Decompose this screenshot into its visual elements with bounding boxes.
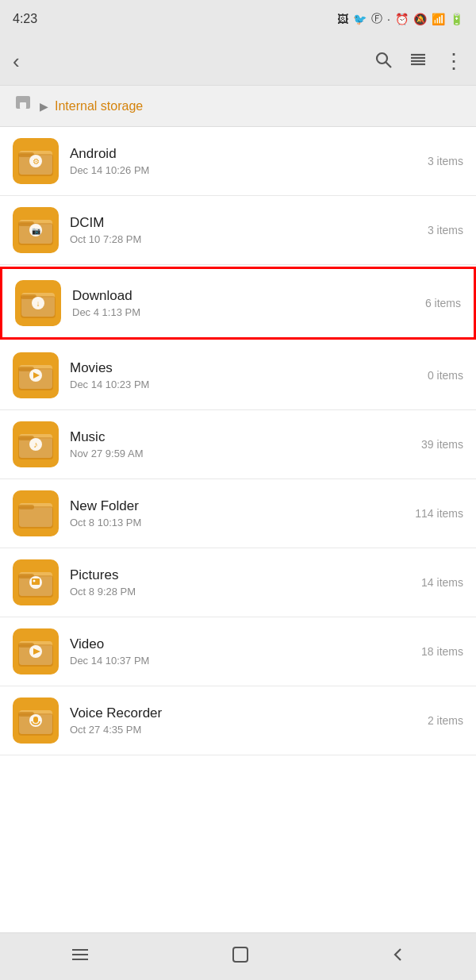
file-name: Pictures <box>70 567 415 583</box>
folder-icon <box>13 628 59 674</box>
svg-line-1 <box>386 62 392 67</box>
file-info: Movies Dec 14 10:23 PM <box>70 360 421 390</box>
breadcrumb: ▶ Internal storage <box>0 86 476 127</box>
status-bar: 4:23 🖼 🐦 Ⓕ · ⏰ 🔕 📶 🔋 <box>0 0 476 38</box>
folder-icon: ↓ <box>15 280 61 326</box>
list-item[interactable]: Voice Recorder Oct 27 4:35 PM 2 items <box>0 686 476 755</box>
twitter-icon: 🐦 <box>353 13 367 25</box>
bottom-nav <box>0 932 476 980</box>
file-date: Oct 8 10:13 PM <box>70 517 409 528</box>
back-nav-button[interactable] <box>367 938 429 976</box>
file-name: Music <box>70 429 415 445</box>
file-name: DCIM <box>70 215 421 231</box>
file-name: Movies <box>70 360 421 376</box>
file-info: Video Dec 14 10:37 PM <box>70 636 415 667</box>
file-count: 14 items <box>421 576 463 589</box>
file-count: 3 items <box>428 155 463 167</box>
file-count: 39 items <box>421 438 463 451</box>
home-icon <box>13 94 33 118</box>
list-item[interactable]: Video Dec 14 10:37 PM 18 items <box>0 617 476 686</box>
svg-point-55 <box>33 580 36 582</box>
file-date: Dec 14 10:26 PM <box>70 164 421 176</box>
list-item[interactable]: Movies Dec 14 10:23 PM 0 items <box>0 341 476 410</box>
file-date: Oct 10 7:28 PM <box>70 233 421 245</box>
file-count: 6 items <box>425 297 461 309</box>
file-info: DCIM Oct 10 7:28 PM <box>70 215 421 245</box>
file-info: Music Nov 27 9:59 AM <box>70 429 415 459</box>
battery-icon: 🔋 <box>450 13 463 25</box>
file-date: Nov 27 9:59 AM <box>70 448 415 459</box>
svg-rect-73 <box>233 947 248 962</box>
svg-text:📷: 📷 <box>32 226 41 236</box>
list-view-button[interactable] <box>409 50 428 74</box>
file-date: Dec 4 1:13 PM <box>72 306 419 318</box>
svg-point-0 <box>377 53 387 63</box>
list-item[interactable]: ♪ Music Nov 27 9:59 AM 39 items <box>0 410 476 479</box>
list-item[interactable]: Pictures Oct 8 9:28 PM 14 items <box>0 548 476 617</box>
signal-icon: 📶 <box>432 13 445 25</box>
file-date: Dec 14 10:23 PM <box>70 379 421 390</box>
file-date: Oct 27 4:35 PM <box>70 724 421 736</box>
svg-text:♪: ♪ <box>33 440 38 449</box>
home-button[interactable] <box>208 938 273 976</box>
list-item[interactable]: ⚙ Android Dec 14 10:26 PM 3 items <box>0 127 476 196</box>
search-button[interactable] <box>374 50 393 74</box>
svg-text:⚙: ⚙ <box>33 157 40 166</box>
file-count: 3 items <box>428 224 463 236</box>
status-time: 4:23 <box>13 12 37 26</box>
file-info: New Folder Oct 8 10:13 PM <box>70 498 409 528</box>
file-count: 2 items <box>428 714 463 727</box>
status-icons: 🖼 🐦 Ⓕ · ⏰ 🔕 📶 🔋 <box>337 12 463 26</box>
folder-icon <box>13 490 59 536</box>
file-name: Video <box>70 636 415 652</box>
dot-icon: · <box>387 13 390 25</box>
list-item[interactable]: New Folder Oct 8 10:13 PM 114 items <box>0 479 476 548</box>
gallery-icon: 🖼 <box>337 13 348 25</box>
toolbar-left: ‹ <box>13 49 20 74</box>
back-button[interactable]: ‹ <box>13 49 20 74</box>
file-info: Voice Recorder Oct 27 4:35 PM <box>70 705 421 736</box>
more-options-button[interactable]: ⋮ <box>443 49 463 74</box>
file-info: Download Dec 4 1:13 PM <box>72 288 419 318</box>
file-name: Voice Recorder <box>70 705 421 721</box>
file-date: Oct 8 9:28 PM <box>70 586 415 598</box>
list-item[interactable]: ↓ Download Dec 4 1:13 PM 6 items <box>0 267 476 340</box>
file-count: 114 items <box>415 507 463 520</box>
toolbar: ‹ ⋮ <box>0 38 476 86</box>
file-count: 18 items <box>421 645 463 658</box>
mute-icon: 🔕 <box>413 13 427 25</box>
breadcrumb-arrow: ▶ <box>40 100 48 113</box>
list-item[interactable]: 📷 DCIM Oct 10 7:28 PM 3 items <box>0 196 476 265</box>
svg-text:↓: ↓ <box>36 299 40 308</box>
folder-icon <box>13 559 59 605</box>
file-list: ⚙ Android Dec 14 10:26 PM 3 items 📷 DCIM… <box>0 127 476 932</box>
file-info: Android Dec 14 10:26 PM <box>70 146 421 176</box>
file-date: Dec 14 10:37 PM <box>70 655 415 667</box>
file-name: Android <box>70 146 421 162</box>
file-count: 0 items <box>428 369 463 382</box>
svg-rect-7 <box>20 102 26 109</box>
folder-icon: ♪ <box>13 421 59 467</box>
alarm-icon: ⏰ <box>395 13 409 25</box>
folder-icon <box>13 698 59 744</box>
svg-rect-46 <box>18 506 53 528</box>
svg-rect-69 <box>33 717 38 723</box>
file-name: New Folder <box>70 498 409 514</box>
folder-icon: ⚙ <box>13 138 59 184</box>
facebook-icon: Ⓕ <box>371 12 382 26</box>
toolbar-right: ⋮ <box>374 49 463 74</box>
file-name: Download <box>72 288 419 304</box>
recent-apps-button[interactable] <box>47 939 113 975</box>
file-info: Pictures Oct 8 9:28 PM <box>70 567 415 598</box>
folder-icon <box>13 352 59 398</box>
svg-rect-47 <box>18 505 34 509</box>
svg-rect-54 <box>32 578 40 585</box>
breadcrumb-label: Internal storage <box>55 99 143 113</box>
folder-icon: 📷 <box>13 207 59 253</box>
